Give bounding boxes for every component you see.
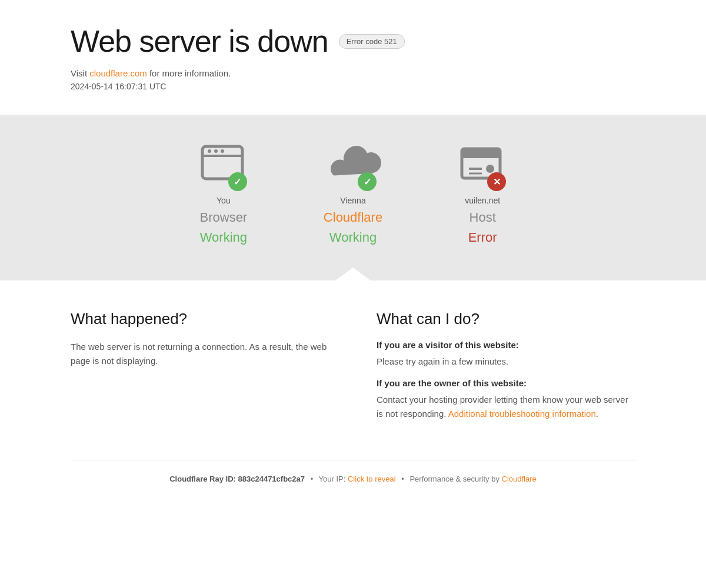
content-section: What happened? The web server is not ret… — [0, 280, 706, 460]
svg-point-4 — [221, 149, 224, 153]
browser-icon-wrapper: ✓ — [194, 138, 253, 191]
visitor-block: If you are a visitor of this website: Pl… — [377, 340, 635, 369]
visitor-subtitle: If you are a visitor of this website: — [377, 340, 635, 350]
cloudflare-footer-link[interactable]: Cloudflare — [502, 475, 537, 483]
cloudflare-status: Working — [329, 230, 377, 245]
what-happened-col: What happened? The web server is not ret… — [71, 310, 329, 430]
host-location: vuilen.net — [465, 196, 500, 205]
ray-id-value: 883c24471cfbc2a7 — [238, 475, 305, 483]
browser-status-badge: ✓ — [228, 172, 247, 191]
what-happened-title: What happened? — [71, 310, 329, 328]
page-title: Web server is down — [71, 24, 328, 59]
svg-point-7 — [486, 165, 494, 173]
reveal-ip-link[interactable]: Click to reveal — [348, 475, 396, 483]
visit-prefix: Visit — [71, 68, 89, 78]
svg-point-2 — [208, 149, 211, 153]
host-status: Error — [468, 230, 497, 245]
status-section: ✓ You Browser Working ✓ Vienna Cloudflar… — [0, 115, 706, 280]
owner-body: Contact your hosting provider letting th… — [377, 393, 635, 421]
status-item-browser: ✓ You Browser Working — [194, 138, 253, 245]
visit-suffix: for more information. — [147, 68, 231, 78]
bullet-1: • — [311, 475, 314, 483]
title-row: Web server is down Error code 521 — [71, 24, 635, 59]
browser-location: You — [217, 196, 231, 205]
status-grid: ✓ You Browser Working ✓ Vienna Cloudflar… — [0, 138, 706, 245]
cloudflare-icon-wrapper: ✓ — [324, 138, 382, 191]
status-item-cloudflare: ✓ Vienna Cloudflare Working — [324, 138, 382, 245]
cloudflare-location: Vienna — [340, 196, 365, 205]
cloudflare-link[interactable]: cloudflare.com — [89, 68, 147, 78]
perf-text: Performance & security by — [409, 475, 501, 483]
host-icon-wrapper: ✕ — [453, 138, 512, 191]
visitor-body: Please try again in a few minutes. — [377, 355, 635, 369]
browser-status: Working — [200, 230, 247, 245]
top-section: Web server is down Error code 521 Visit … — [0, 0, 706, 115]
owner-body-end: . — [596, 409, 598, 419]
cloudflare-service: Cloudflare — [324, 210, 382, 225]
svg-rect-6 — [462, 149, 500, 158]
what-happened-body: The web server is not returning a connec… — [71, 340, 329, 368]
browser-service: Browser — [200, 210, 248, 225]
status-item-host: ✕ vuilen.net Host Error — [453, 138, 512, 245]
what-can-i-do-col: What can I do? If you are a visitor of t… — [377, 310, 635, 430]
footer: Cloudflare Ray ID: 883c24471cfbc2a7 • Yo… — [0, 460, 706, 497]
what-can-i-do-title: What can I do? — [377, 310, 635, 328]
owner-block: If you are the owner of this website: Co… — [377, 378, 635, 421]
svg-point-3 — [214, 149, 218, 153]
triangle-pointer — [335, 268, 371, 280]
ray-id-label: Cloudflare Ray ID: — [169, 475, 238, 483]
visit-line: Visit cloudflare.com for more informatio… — [71, 68, 635, 78]
bullet-2: • — [401, 475, 404, 483]
host-status-badge: ✕ — [487, 172, 506, 191]
ip-label: Your IP: — [319, 475, 348, 483]
error-badge: Error code 521 — [339, 34, 405, 49]
cloudflare-status-badge: ✓ — [358, 172, 377, 191]
host-service: Host — [469, 210, 496, 225]
owner-subtitle: If you are the owner of this website: — [377, 378, 635, 388]
timestamp: 2024-05-14 16:07:31 UTC — [71, 82, 635, 91]
troubleshoot-link[interactable]: Additional troubleshooting information — [448, 409, 596, 419]
